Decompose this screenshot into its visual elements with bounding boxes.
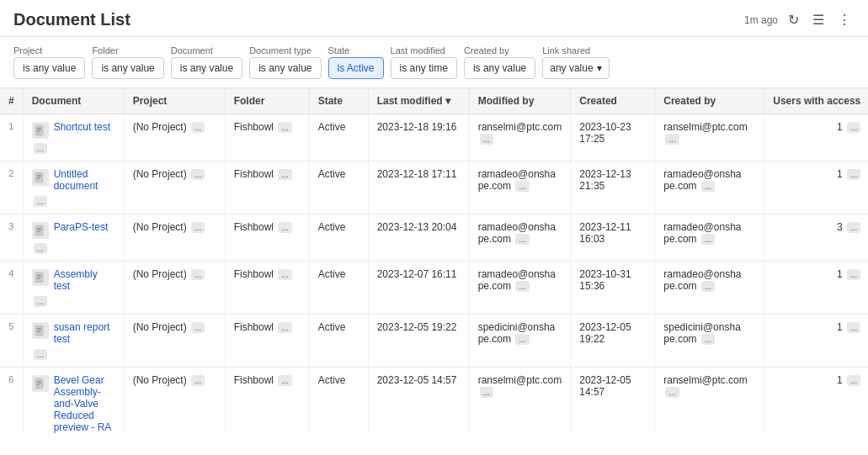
modby-more-btn[interactable]: ... <box>480 134 493 145</box>
users-more-btn[interactable]: ... <box>847 322 860 333</box>
cell-document: Shortcut test ... <box>23 114 124 161</box>
folder-filter-group: Folder is any value <box>92 45 163 79</box>
users-more-btn[interactable]: ... <box>847 222 860 233</box>
filter-icon[interactable]: ☰ <box>809 10 828 29</box>
doc-title[interactable]: Assembly test <box>54 268 115 292</box>
doc-name-wrapper: susan report test <box>32 321 115 345</box>
cell-lastmod: 2023-12-05 19:22 <box>368 315 469 368</box>
doctype-filter-group: Document type is any value <box>249 45 321 79</box>
document-filter-btn[interactable]: is any value <box>171 57 242 79</box>
createdby-filter-btn[interactable]: is any value <box>464 57 535 79</box>
cell-state: Active <box>309 315 368 368</box>
folder-more-btn[interactable]: ... <box>278 322 291 333</box>
doc-title[interactable]: Untitled document <box>54 168 115 192</box>
project-more-btn[interactable]: ... <box>191 269 205 280</box>
folder-filter-btn[interactable]: is any value <box>92 57 163 79</box>
folder-more-btn[interactable]: ... <box>278 269 291 280</box>
col-header-modby[interactable]: Modified by <box>469 88 571 114</box>
createdby-more-btn[interactable]: ... <box>665 387 679 398</box>
modby-more-btn[interactable]: ... <box>515 181 529 192</box>
doc-icon <box>32 122 49 139</box>
cell-folder: Fishbowl ... <box>225 161 309 214</box>
more-icon[interactable]: ⋮ <box>834 10 855 29</box>
users-more-btn[interactable]: ... <box>847 375 860 386</box>
doc-more-btn[interactable]: ... <box>34 243 47 254</box>
lastmod-filter-group: Last modified is any time <box>391 45 457 79</box>
folder-more-btn[interactable]: ... <box>278 122 291 133</box>
users-more-btn[interactable]: ... <box>847 269 860 280</box>
created-value: 2023-12-05 14:57 <box>579 374 631 398</box>
project-more-btn[interactable]: ... <box>191 375 205 386</box>
state-filter-btn[interactable]: is Active <box>328 57 384 79</box>
createdby-more-btn[interactable]: ... <box>701 234 715 245</box>
createdby-more-btn[interactable]: ... <box>701 181 715 192</box>
createdby-value: ranselmi@ptc.com <box>663 374 748 386</box>
doc-more-btn[interactable]: ... <box>34 143 47 154</box>
project-filter-label: Project <box>13 45 85 56</box>
cell-state: Active <box>309 161 368 214</box>
col-header-folder[interactable]: Folder <box>225 88 309 114</box>
chevron-down-icon: ▾ <box>597 62 602 74</box>
users-more-btn[interactable]: ... <box>847 122 860 133</box>
cell-document: ParaPS-test ... <box>23 214 124 262</box>
users-more-btn[interactable]: ... <box>847 169 860 180</box>
lastmod-value: 2023-12-13 20:04 <box>377 221 457 233</box>
project-more-btn[interactable]: ... <box>191 222 205 233</box>
linkshared-filter-group: Link shared any value ▾ <box>542 45 609 79</box>
ellipsis-row: ... <box>32 348 115 360</box>
project-more-btn[interactable]: ... <box>191 169 205 180</box>
linkshared-filter-select[interactable]: any value ▾ <box>542 57 609 79</box>
page-title: Document List <box>13 10 744 29</box>
createdby-more-btn[interactable]: ... <box>701 281 715 292</box>
cell-state: Active <box>309 214 368 262</box>
project-more-btn[interactable]: ... <box>191 122 205 133</box>
project-filter-group: Project is any value <box>13 45 85 79</box>
col-header-createdby[interactable]: Created by <box>655 88 764 114</box>
state-badge: Active <box>318 221 346 233</box>
col-header-lastmod[interactable]: Last modified ▾ <box>368 88 469 114</box>
modby-more-btn[interactable]: ... <box>515 334 529 345</box>
folder-value: Fishbowl <box>234 321 274 333</box>
cell-document: Untitled document ... <box>23 161 124 214</box>
cell-modby: spedicini@onsha pe.com ... <box>469 315 571 368</box>
refresh-icon[interactable]: ↻ <box>785 10 802 29</box>
doc-title[interactable]: Shortcut test <box>54 121 110 133</box>
created-value: 2023-12-05 19:22 <box>579 321 631 345</box>
svg-rect-9 <box>37 228 41 229</box>
project-filter-btn[interactable]: is any value <box>13 57 85 79</box>
doc-title[interactable]: ParaPS-test <box>54 221 109 233</box>
col-header-state[interactable]: State <box>309 88 368 114</box>
cell-lastmod: 2023-12-18 19:16 <box>368 114 469 161</box>
cell-folder: Fishbowl ... <box>225 262 309 315</box>
header-actions: 1m ago ↻ ☰ ⋮ <box>744 10 855 29</box>
lastmod-filter-btn[interactable]: is any time <box>391 57 457 79</box>
doc-title[interactable]: susan report test <box>54 321 115 345</box>
doc-more-btn[interactable]: ... <box>34 196 47 207</box>
doctype-filter-btn[interactable]: is any value <box>249 57 321 79</box>
col-header-created[interactable]: Created <box>571 88 655 114</box>
col-header-users[interactable]: Users with access <box>764 88 868 114</box>
folder-more-btn[interactable]: ... <box>278 222 291 233</box>
table-container: # Document Project Folder State Last mod… <box>0 88 868 434</box>
cell-state: Active <box>309 262 368 315</box>
doc-title[interactable]: Bevel Gear Assembly-and-Valve Reduced pr… <box>54 374 115 433</box>
modby-more-btn[interactable]: ... <box>515 281 529 292</box>
state-badge: Active <box>318 121 346 133</box>
col-header-document[interactable]: Document <box>23 88 124 114</box>
cell-created: 2023-12-11 16:03 <box>571 214 655 262</box>
modby-more-btn[interactable]: ... <box>515 234 529 245</box>
cell-state: Active <box>309 114 368 161</box>
createdby-more-btn[interactable]: ... <box>701 334 715 345</box>
col-header-project[interactable]: Project <box>124 88 225 114</box>
cell-project: (No Project) ... <box>124 214 225 262</box>
createdby-more-btn[interactable]: ... <box>665 134 679 145</box>
project-more-btn[interactable]: ... <box>191 322 205 333</box>
doc-more-btn[interactable]: ... <box>34 296 47 307</box>
doc-more-btn[interactable]: ... <box>34 349 47 360</box>
cell-num: 2 <box>0 161 23 214</box>
cell-document: Assembly test ... <box>23 262 124 315</box>
folder-more-btn[interactable]: ... <box>278 169 291 180</box>
createdby-filter-label: Created by <box>464 45 535 56</box>
modby-more-btn[interactable]: ... <box>480 387 493 398</box>
folder-more-btn[interactable]: ... <box>278 375 291 386</box>
